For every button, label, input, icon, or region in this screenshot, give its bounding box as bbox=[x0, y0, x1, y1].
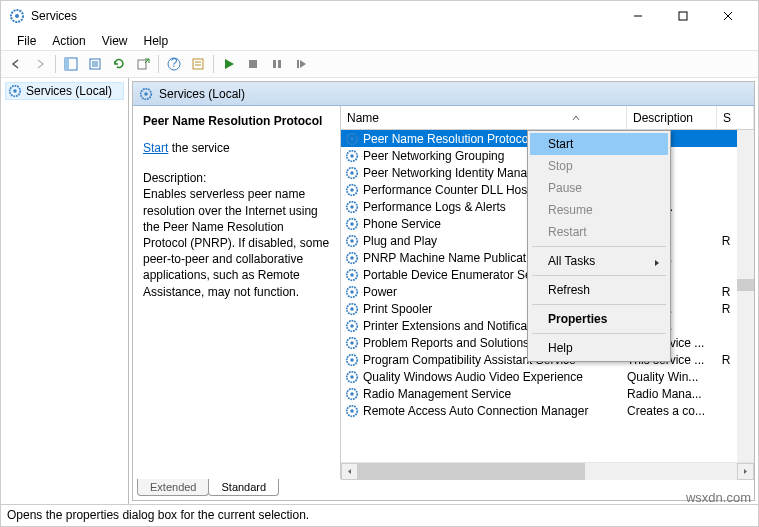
svg-point-43 bbox=[350, 273, 354, 277]
back-button[interactable] bbox=[5, 53, 27, 75]
export-list-button[interactable] bbox=[84, 53, 106, 75]
menu-file[interactable]: File bbox=[9, 32, 44, 50]
close-button[interactable] bbox=[705, 1, 750, 31]
svg-point-33 bbox=[350, 188, 354, 192]
service-name: Radio Management Service bbox=[363, 387, 627, 401]
svg-point-31 bbox=[350, 171, 354, 175]
service-status: R bbox=[717, 353, 735, 367]
svg-point-23 bbox=[13, 89, 17, 93]
menu-view[interactable]: View bbox=[94, 32, 136, 50]
nav-label: Services (Local) bbox=[26, 84, 112, 98]
col-name[interactable]: Name bbox=[341, 106, 627, 129]
tab-extended[interactable]: Extended bbox=[137, 479, 209, 496]
detail-title: Peer Name Resolution Protocol bbox=[143, 114, 330, 128]
gear-icon bbox=[345, 234, 359, 248]
context-menu: Start Stop Pause Resume Restart All Task… bbox=[527, 130, 671, 362]
gear-icon bbox=[345, 132, 359, 146]
gear-icon bbox=[345, 200, 359, 214]
stop-service-button[interactable] bbox=[242, 53, 264, 75]
menu-action[interactable]: Action bbox=[44, 32, 93, 50]
start-link[interactable]: Start bbox=[143, 141, 168, 155]
svg-rect-19 bbox=[273, 60, 276, 68]
column-headers: Name Description S bbox=[341, 106, 754, 130]
list-pane: Name Description S Peer Name Resolution … bbox=[341, 106, 754, 479]
gear-icon bbox=[345, 387, 359, 401]
svg-point-53 bbox=[350, 358, 354, 362]
scroll-track[interactable] bbox=[358, 463, 737, 480]
svg-point-29 bbox=[350, 154, 354, 158]
nav-services-local[interactable]: Services (Local) bbox=[5, 82, 124, 100]
service-desc: Quality Win... bbox=[627, 370, 717, 384]
window-title: Services bbox=[31, 9, 615, 23]
help-button[interactable]: ? bbox=[163, 53, 185, 75]
scroll-thumb[interactable] bbox=[358, 463, 585, 480]
scroll-right-button[interactable] bbox=[737, 463, 754, 480]
minimize-button[interactable] bbox=[615, 1, 660, 31]
pause-service-button[interactable] bbox=[266, 53, 288, 75]
nav-pane: Services (Local) bbox=[1, 78, 129, 504]
tab-standard[interactable]: Standard bbox=[208, 479, 279, 496]
ctx-help[interactable]: Help bbox=[530, 337, 668, 359]
main-content: Peer Name Resolution Protocol Start the … bbox=[133, 106, 754, 479]
col-description[interactable]: Description bbox=[627, 106, 717, 129]
list-body[interactable]: Peer Name Resolution Protocols serv...Pe… bbox=[341, 130, 754, 462]
svg-point-37 bbox=[350, 222, 354, 226]
svg-rect-20 bbox=[278, 60, 281, 68]
separator bbox=[532, 304, 666, 305]
svg-point-51 bbox=[350, 341, 354, 345]
status-bar: Opens the properties dialog box for the … bbox=[1, 504, 758, 526]
detail-desc-text: Enables serverless peer name resolution … bbox=[143, 186, 330, 299]
service-row[interactable]: Quality Windows Audio Video ExperienceQu… bbox=[341, 368, 754, 385]
export-button[interactable] bbox=[132, 53, 154, 75]
gear-icon bbox=[139, 87, 153, 101]
svg-rect-21 bbox=[297, 60, 299, 68]
separator bbox=[532, 246, 666, 247]
gear-icon bbox=[345, 166, 359, 180]
service-desc: Creates a co... bbox=[627, 404, 717, 418]
service-row[interactable]: Radio Management ServiceRadio Mana... bbox=[341, 385, 754, 402]
show-hide-tree-button[interactable] bbox=[60, 53, 82, 75]
menu-help[interactable]: Help bbox=[136, 32, 177, 50]
ctx-resume: Resume bbox=[530, 199, 668, 221]
service-status: R bbox=[717, 234, 735, 248]
gear-icon bbox=[345, 370, 359, 384]
gear-icon bbox=[345, 285, 359, 299]
properties-button[interactable] bbox=[187, 53, 209, 75]
gear-icon bbox=[345, 251, 359, 265]
svg-point-1 bbox=[15, 14, 19, 18]
gear-icon bbox=[345, 336, 359, 350]
gear-icon bbox=[345, 268, 359, 282]
maximize-button[interactable] bbox=[660, 1, 705, 31]
service-name: Remote Access Auto Connection Manager bbox=[363, 404, 627, 418]
service-name: Quality Windows Audio Video Experience bbox=[363, 370, 627, 384]
ctx-refresh[interactable]: Refresh bbox=[530, 279, 668, 301]
svg-point-27 bbox=[350, 137, 354, 141]
svg-point-39 bbox=[350, 239, 354, 243]
body: Services (Local) Services (Local) Peer N… bbox=[1, 78, 758, 504]
restart-service-button[interactable] bbox=[290, 53, 312, 75]
scroll-left-button[interactable] bbox=[341, 463, 358, 480]
refresh-button[interactable] bbox=[108, 53, 130, 75]
detail-desc-label: Description: bbox=[143, 170, 330, 186]
ctx-start[interactable]: Start bbox=[530, 133, 668, 155]
forward-button[interactable] bbox=[29, 53, 51, 75]
ctx-all-tasks[interactable]: All Tasks bbox=[530, 250, 668, 272]
gear-icon bbox=[345, 404, 359, 418]
service-desc: Radio Mana... bbox=[627, 387, 717, 401]
svg-point-45 bbox=[350, 290, 354, 294]
chevron-right-icon bbox=[654, 256, 660, 270]
service-row[interactable]: Remote Access Auto Connection ManagerCre… bbox=[341, 402, 754, 419]
svg-point-41 bbox=[350, 256, 354, 260]
vertical-scrollbar[interactable] bbox=[737, 130, 754, 462]
ctx-pause: Pause bbox=[530, 177, 668, 199]
svg-rect-18 bbox=[249, 60, 257, 68]
scroll-thumb[interactable] bbox=[737, 279, 754, 291]
ctx-properties[interactable]: Properties bbox=[530, 308, 668, 330]
col-status[interactable]: S bbox=[717, 106, 754, 129]
main-header-title: Services (Local) bbox=[159, 87, 245, 101]
start-service-button[interactable] bbox=[218, 53, 240, 75]
svg-rect-3 bbox=[679, 12, 687, 20]
gear-icon bbox=[345, 183, 359, 197]
svg-point-59 bbox=[350, 409, 354, 413]
horizontal-scrollbar[interactable] bbox=[341, 462, 754, 479]
